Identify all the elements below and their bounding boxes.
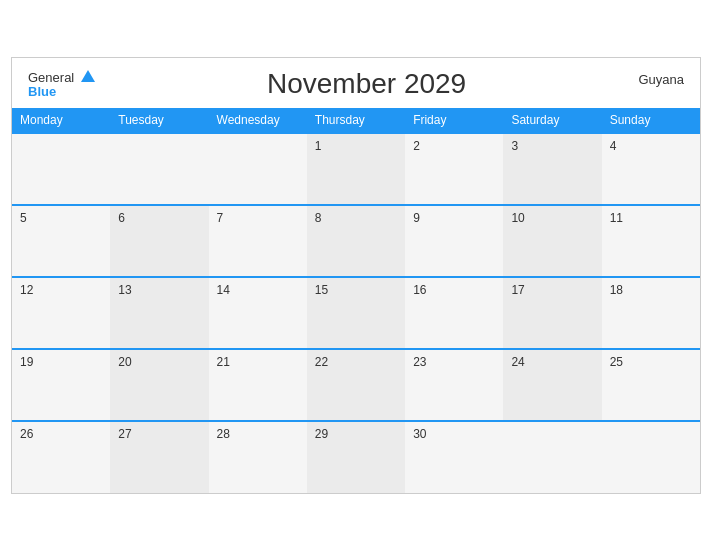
calendar-cell: 22 (307, 349, 405, 421)
calendar-cell: 28 (209, 421, 307, 493)
day-number: 4 (610, 139, 617, 153)
weekday-header-thursday: Thursday (307, 108, 405, 133)
calendar-header: General Blue November 2029 Guyana (12, 58, 700, 108)
calendar-cell: 13 (110, 277, 208, 349)
day-number: 20 (118, 355, 131, 369)
day-number: 9 (413, 211, 420, 225)
weekday-header-saturday: Saturday (503, 108, 601, 133)
calendar-title: November 2029 (95, 68, 639, 100)
week-row-4: 19202122232425 (12, 349, 700, 421)
calendar-body: 1234567891011121314151617181920212223242… (12, 133, 700, 493)
weekday-header-tuesday: Tuesday (110, 108, 208, 133)
day-number: 1 (315, 139, 322, 153)
day-number: 18 (610, 283, 623, 297)
day-number: 13 (118, 283, 131, 297)
calendar-cell: 6 (110, 205, 208, 277)
calendar-cell: 24 (503, 349, 601, 421)
day-number: 17 (511, 283, 524, 297)
day-number: 14 (217, 283, 230, 297)
calendar-cell: 30 (405, 421, 503, 493)
day-number: 6 (118, 211, 125, 225)
calendar-cell: 26 (12, 421, 110, 493)
calendar-cell: 21 (209, 349, 307, 421)
day-number: 26 (20, 427, 33, 441)
weekday-row: MondayTuesdayWednesdayThursdayFridaySatu… (12, 108, 700, 133)
week-row-5: 2627282930 (12, 421, 700, 493)
day-number: 7 (217, 211, 224, 225)
calendar-cell (602, 421, 700, 493)
calendar-cell: 16 (405, 277, 503, 349)
calendar-cell: 5 (12, 205, 110, 277)
calendar-cell (209, 133, 307, 205)
calendar-cell: 10 (503, 205, 601, 277)
calendar-cell: 17 (503, 277, 601, 349)
day-number: 21 (217, 355, 230, 369)
country-name: Guyana (638, 68, 684, 87)
logo-triangle-icon (81, 70, 95, 82)
day-number: 22 (315, 355, 328, 369)
calendar-cell: 20 (110, 349, 208, 421)
weekday-header-friday: Friday (405, 108, 503, 133)
calendar-cell: 29 (307, 421, 405, 493)
day-number: 30 (413, 427, 426, 441)
calendar-weekday-header: MondayTuesdayWednesdayThursdayFridaySatu… (12, 108, 700, 133)
day-number: 16 (413, 283, 426, 297)
calendar-cell: 2 (405, 133, 503, 205)
week-row-1: 1234 (12, 133, 700, 205)
calendar-grid: MondayTuesdayWednesdayThursdayFridaySatu… (12, 108, 700, 493)
week-row-2: 567891011 (12, 205, 700, 277)
calendar-cell (12, 133, 110, 205)
day-number: 29 (315, 427, 328, 441)
calendar-cell: 1 (307, 133, 405, 205)
day-number: 28 (217, 427, 230, 441)
day-number: 10 (511, 211, 524, 225)
calendar-cell (110, 133, 208, 205)
calendar-cell: 12 (12, 277, 110, 349)
weekday-header-wednesday: Wednesday (209, 108, 307, 133)
day-number: 24 (511, 355, 524, 369)
calendar-cell: 14 (209, 277, 307, 349)
calendar-cell (503, 421, 601, 493)
day-number: 11 (610, 211, 623, 225)
day-number: 12 (20, 283, 33, 297)
day-number: 27 (118, 427, 131, 441)
weekday-header-monday: Monday (12, 108, 110, 133)
calendar-cell: 25 (602, 349, 700, 421)
day-number: 19 (20, 355, 33, 369)
calendar-cell: 23 (405, 349, 503, 421)
week-row-3: 12131415161718 (12, 277, 700, 349)
calendar-cell: 7 (209, 205, 307, 277)
day-number: 3 (511, 139, 518, 153)
day-number: 5 (20, 211, 27, 225)
day-number: 2 (413, 139, 420, 153)
calendar-cell: 19 (12, 349, 110, 421)
day-number: 15 (315, 283, 328, 297)
calendar-cell: 4 (602, 133, 700, 205)
calendar-cell: 27 (110, 421, 208, 493)
calendar-cell: 11 (602, 205, 700, 277)
calendar-cell: 3 (503, 133, 601, 205)
day-number: 8 (315, 211, 322, 225)
calendar-cell: 15 (307, 277, 405, 349)
logo: General Blue (28, 68, 95, 100)
logo-blue: Blue (28, 85, 56, 99)
calendar-container: General Blue November 2029 Guyana Monday… (11, 57, 701, 494)
day-number: 23 (413, 355, 426, 369)
calendar-cell: 8 (307, 205, 405, 277)
weekday-header-sunday: Sunday (602, 108, 700, 133)
day-number: 25 (610, 355, 623, 369)
calendar-cell: 18 (602, 277, 700, 349)
calendar-cell: 9 (405, 205, 503, 277)
logo-general: General (28, 68, 95, 86)
